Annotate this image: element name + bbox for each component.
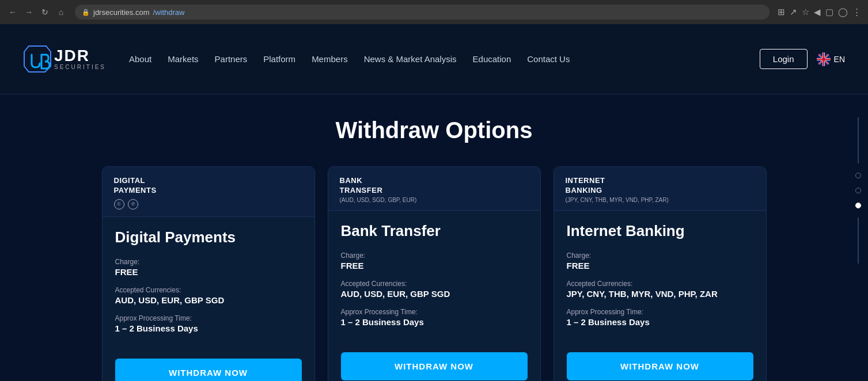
nav-partners[interactable]: Partners [215,54,248,64]
nav-platform[interactable]: Platform [263,54,295,64]
processing-label-digital: Approx Processing Time: [115,314,302,322]
card-header-subtitle-bank: (AUD, USD, SGD, GBP, EUR) [340,197,529,203]
processing-value-internet: 1 – 2 Business Days [567,317,753,327]
processing-field-digital: Approx Processing Time: 1 – 2 Business D… [115,314,302,333]
nav-about[interactable]: About [129,54,151,64]
url-base: jdrsecurities.com [93,8,150,17]
translate-icon[interactable]: ⊞ [778,7,785,17]
currencies-value-digital: AUD, USD, EUR, GBP SGD [115,295,302,305]
lang-label: EN [834,55,845,64]
nav-education[interactable]: Education [473,54,511,64]
scroll-dot-3 [855,203,861,208]
card-header-title-digital: DIGITALPAYMENTS [114,176,303,196]
flag-icon [817,52,831,66]
card-digital-payments: DIGITALPAYMENTS © ℗ Digital Payments Cha… [102,166,315,381]
extensions-icon[interactable]: ◀ [814,7,821,17]
charge-field-bank: Charge: FREE [341,252,528,270]
card-name-digital: Digital Payments [115,228,302,246]
nav-contact[interactable]: Contact Us [527,54,570,64]
currencies-label-bank: Accepted Currencies: [341,280,528,288]
card-body-internet: Internet Banking Charge: FREE Accepted C… [554,211,766,348]
scroll-dot-1 [855,173,861,178]
main-content: Withdraw Options DIGITALPAYMENTS © ℗ Dig… [0,94,868,381]
charge-value-digital: FREE [115,267,302,277]
forward-button[interactable]: → [23,6,35,18]
scroll-line-bottom [858,218,859,264]
currencies-value-internet: JPY, CNY, THB, MYR, VND, PHP, ZAR [567,289,753,299]
logo-jdr-text: JDR [54,48,106,64]
currencies-field-digital: Accepted Currencies: AUD, USD, EUR, GBP … [115,286,302,305]
processing-label-internet: Approx Processing Time: [567,308,753,316]
lock-icon: 🔒 [82,9,90,16]
charge-label-bank: Charge: [341,252,528,260]
nav-markets[interactable]: Markets [168,54,198,64]
card-header-digital: DIGITALPAYMENTS © ℗ [103,167,314,217]
nav-members[interactable]: Members [312,54,348,64]
logo-link[interactable]: JDR SECURITIES [23,43,106,75]
card-header-internet: INTERNETBANKING (JPY, CNY, THB, MYR, VND… [554,167,766,211]
logo-securities-text: SECURITIES [54,64,106,70]
charge-field-internet: Charge: FREE [567,252,753,270]
nav-right: Login EN [760,49,845,69]
card-header-bank: BANKTRANSFER (AUD, USD, SGD, GBP, EUR) [328,167,540,211]
logo-icon [23,43,52,75]
card-name-bank: Bank Transfer [341,222,528,240]
nav-links: About Markets Partners Platform Members … [129,54,760,64]
menu-icon[interactable]: ⋮ [852,7,861,17]
charge-value-internet: FREE [567,261,753,270]
card-name-internet: Internet Banking [567,222,753,240]
card-header-title-internet: INTERNETBANKING [566,176,755,196]
back-button[interactable]: ← [7,6,18,18]
bookmark-icon[interactable]: ☆ [802,7,809,17]
charge-value-bank: FREE [341,261,528,270]
logo-text: JDR SECURITIES [54,48,106,70]
navbar: JDR SECURITIES About Markets Partners Pl… [0,24,868,94]
payment-icon-1: © [114,199,124,209]
withdraw-button-internet[interactable]: WITHDRAW NOW [567,352,753,380]
processing-label-bank: Approx Processing Time: [341,308,528,316]
card-body-digital: Digital Payments Charge: FREE Accepted C… [103,217,314,354]
nav-news[interactable]: News & Market Analysis [364,54,457,64]
home-button[interactable]: ⌂ [55,6,67,18]
url-path: /withdraw [153,8,185,17]
currencies-value-bank: AUD, USD, EUR, GBP SGD [341,289,528,299]
currencies-label-internet: Accepted Currencies: [567,280,753,288]
browser-chrome: ← → ↻ ⌂ 🔒 jdrsecurities.com/withdraw ⊞ ↗… [0,0,868,24]
withdraw-button-digital[interactable]: WITHDRAW NOW [115,359,302,381]
address-bar[interactable]: 🔒 jdrsecurities.com/withdraw [75,5,770,20]
currencies-label-digital: Accepted Currencies: [115,286,302,294]
charge-label-digital: Charge: [115,258,302,266]
sidebar-icon[interactable]: ▢ [825,7,833,17]
page-title: Withdraw Options [35,117,833,143]
processing-field-bank: Approx Processing Time: 1 – 2 Business D… [341,308,528,327]
share-icon[interactable]: ↗ [790,7,797,17]
card-bank-transfer: BANKTRANSFER (AUD, USD, SGD, GBP, EUR) B… [328,166,541,381]
login-button[interactable]: Login [760,49,808,69]
card-header-title-bank: BANKTRANSFER [340,176,529,196]
card-header-subtitle-internet: (JPY, CNY, THB, MYR, VND, PHP, ZAR) [566,197,755,203]
processing-value-digital: 1 – 2 Business Days [115,323,302,333]
scroll-line-top [858,117,859,163]
language-selector[interactable]: EN [817,52,845,66]
card-body-bank: Bank Transfer Charge: FREE Accepted Curr… [328,211,540,348]
scroll-dot-2 [855,188,861,193]
cards-container: DIGITALPAYMENTS © ℗ Digital Payments Cha… [35,166,833,381]
withdraw-button-bank[interactable]: WITHDRAW NOW [341,352,528,380]
payment-icon-2: ℗ [128,199,138,209]
processing-field-internet: Approx Processing Time: 1 – 2 Business D… [567,308,753,327]
scroll-indicator [855,117,861,264]
card-header-icons: © ℗ [114,199,303,209]
currencies-field-bank: Accepted Currencies: AUD, USD, EUR, GBP … [341,280,528,299]
processing-value-bank: 1 – 2 Business Days [341,317,528,327]
refresh-button[interactable]: ↻ [39,6,51,18]
currencies-field-internet: Accepted Currencies: JPY, CNY, THB, MYR,… [567,280,753,299]
card-internet-banking: INTERNETBANKING (JPY, CNY, THB, MYR, VND… [554,166,767,381]
browser-actions: ⊞ ↗ ☆ ◀ ▢ ◯ ⋮ [778,7,861,17]
profile-icon[interactable]: ◯ [838,7,848,17]
charge-field-digital: Charge: FREE [115,258,302,277]
charge-label-internet: Charge: [567,252,753,260]
